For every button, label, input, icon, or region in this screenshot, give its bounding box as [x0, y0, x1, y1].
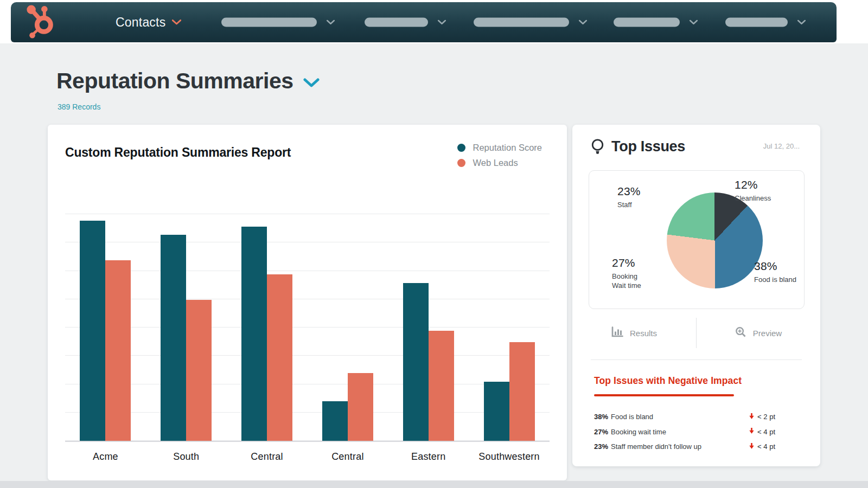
bar-reputation-score — [484, 382, 509, 441]
issue-percent: 38% — [594, 413, 608, 421]
negative-impact-list: 38%Food is bland< 2 pt27%Booking wait ti… — [594, 409, 775, 454]
legend-item-1[interactable]: Web Leads — [457, 158, 542, 168]
pie-chart-panel: 12%Cleanliness38%Food is bland27%Booking… — [589, 170, 805, 309]
bar-chart-icon — [611, 326, 623, 339]
nav-placeholder-pill — [474, 18, 569, 27]
bar-group-eastern — [403, 187, 454, 441]
legend-dot-icon — [457, 144, 465, 152]
top-navigation-bar: Contacts — [11, 2, 837, 42]
top-issues-title: Top Issues — [611, 138, 685, 155]
preview-button[interactable]: Preview — [697, 326, 820, 339]
x-axis-label: Central — [241, 447, 292, 463]
issue-delta: < 2 pt — [749, 412, 775, 422]
chevron-down-icon — [579, 20, 587, 25]
hubspot-logo[interactable] — [24, 5, 60, 41]
nav-placeholder-pill — [365, 18, 428, 27]
lightbulb-icon — [590, 138, 605, 158]
negative-impact-section: Top Issues with Negative Impact 38%Food … — [594, 375, 775, 454]
pie-percent: 38% — [754, 260, 796, 273]
bar-group-south — [161, 187, 212, 441]
nav-placeholder-pill — [614, 18, 680, 27]
bar-reputation-score — [403, 283, 429, 441]
nav-placeholder-pill — [725, 18, 788, 27]
x-axis-label: Southwestern — [484, 447, 535, 463]
bar-web-leads — [509, 342, 535, 441]
chevron-down-icon — [797, 20, 806, 25]
page-title-dropdown-chevron-icon[interactable] — [303, 78, 320, 88]
legend-dot-icon — [457, 159, 465, 167]
top-issues-date: Jul 12, 20... — [763, 142, 800, 150]
bottom-band — [0, 481, 868, 488]
red-down-arrow-icon — [749, 412, 755, 422]
results-button[interactable]: Results — [572, 326, 696, 339]
pie-percent: 27% — [612, 256, 641, 269]
results-button-label: Results — [630, 329, 657, 338]
nav-menu-contacts[interactable]: Contacts — [116, 2, 181, 42]
bar-chart — [65, 187, 550, 442]
x-axis-label: Central — [322, 447, 373, 463]
pie-slice-label: Food is bland — [754, 275, 796, 284]
legend-label: Reputation Score — [473, 143, 542, 153]
bar-web-leads — [429, 331, 454, 441]
x-axis-labels: AcmeSouthCentralCentralEasternSouthweste… — [65, 447, 550, 463]
records-count-link[interactable]: 389 Records — [58, 102, 100, 111]
bar-group-central — [322, 187, 373, 441]
bar-group-acme — [80, 187, 131, 441]
magnifier-zoom-icon — [735, 326, 746, 339]
custom-report-card: Custom Reputation Summaries Report Reput… — [48, 125, 567, 480]
pie-percent: 23% — [617, 185, 641, 198]
bar-reputation-score — [161, 235, 186, 441]
bar-web-leads — [348, 373, 373, 441]
hubspot-sprocket-icon — [25, 4, 59, 42]
bar-web-leads — [267, 274, 292, 441]
chevron-down-icon — [327, 20, 335, 25]
negative-impact-title: Top Issues with Negative Impact — [594, 375, 775, 387]
issue-delta: < 4 pt — [749, 442, 775, 452]
nav-menu-placeholder-1[interactable] — [221, 18, 335, 27]
pie-label-staff: 23%Staff — [617, 185, 641, 209]
issue-percent: 23% — [594, 442, 608, 451]
nav-menu-placeholder-4[interactable] — [614, 18, 698, 27]
bar-reputation-score — [322, 401, 348, 441]
issue-label: Staff member didn't follow up — [611, 442, 701, 451]
bar-group-southwestern — [484, 187, 535, 441]
pie-label-food-is-bland: 38%Food is bland — [754, 260, 796, 284]
pie-slice-label: BookingWait time — [612, 272, 641, 290]
card-actions: Results Preview — [572, 316, 820, 350]
nav-menu-placeholder-3[interactable] — [474, 18, 587, 27]
nav-menu-placeholder-5[interactable] — [725, 18, 806, 27]
legend-item-0[interactable]: Reputation Score — [457, 143, 542, 153]
x-axis-label: Acme — [80, 447, 131, 463]
pie-slice-label: Cleanliness — [735, 194, 771, 203]
pie-chart — [667, 192, 763, 288]
report-title: Custom Reputation Summaries Report — [65, 145, 291, 160]
bar-group-central — [241, 187, 292, 441]
issue-delta-value: < 4 pt — [757, 442, 775, 451]
red-down-arrow-icon — [749, 427, 755, 436]
x-axis-label: Eastern — [403, 447, 454, 463]
pie-label-cleanliness: 12%Cleanliness — [735, 178, 771, 203]
chevron-down-icon — [690, 20, 698, 25]
section-divider — [591, 359, 802, 360]
bar-reputation-score — [80, 221, 105, 441]
nav-placeholder-pill — [221, 18, 317, 27]
issue-delta: < 4 pt — [749, 427, 775, 436]
negative-impact-underline — [594, 394, 734, 396]
bar-web-leads — [186, 300, 212, 441]
nav-menu-placeholder-2[interactable] — [365, 18, 446, 27]
negative-impact-row-3: 23%Staff member didn't follow up< 4 pt — [594, 439, 775, 454]
chevron-down-icon — [438, 20, 446, 25]
red-down-arrow-icon — [749, 442, 755, 452]
issue-percent: 27% — [594, 428, 608, 436]
pie-label-booking-wait-time: 27%BookingWait time — [612, 256, 641, 290]
pie-percent: 12% — [735, 178, 771, 191]
app-screen: Contacts Reputation Summaries 389 Record… — [0, 0, 868, 488]
bar-reputation-score — [241, 227, 267, 441]
nav-menu-contacts-label: Contacts — [116, 15, 165, 30]
preview-button-label: Preview — [753, 329, 782, 338]
issue-delta-value: < 4 pt — [757, 428, 775, 436]
legend-label: Web Leads — [473, 158, 518, 168]
page-title: Reputation Summaries — [56, 68, 293, 94]
issue-delta-value: < 2 pt — [757, 413, 775, 421]
bar-web-leads — [105, 260, 131, 441]
